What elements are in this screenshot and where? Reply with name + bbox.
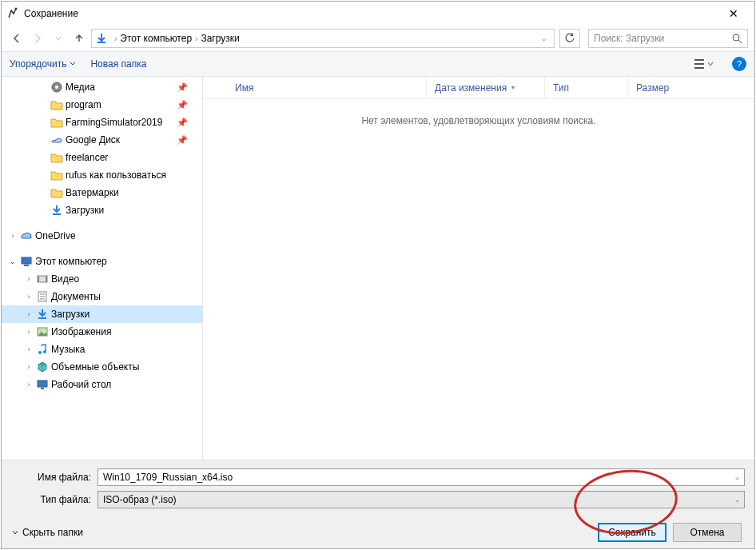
media-icon	[50, 81, 63, 94]
search-placeholder: Поиск: Загрузки	[594, 33, 664, 44]
tree-item-label: FarmingSimulator2019	[66, 117, 162, 128]
nav-tree[interactable]: Медиа📌program📌FarmingSimulator2019📌Googl…	[2, 77, 203, 460]
save-button[interactable]: Сохранить	[598, 523, 666, 542]
chevron-right-icon[interactable]: ›	[8, 232, 18, 240]
tree-pc-item[interactable]: ›Загрузки	[2, 305, 202, 323]
svg-rect-5	[694, 63, 704, 65]
tree-item-label: Загрузки	[66, 205, 104, 216]
close-button[interactable]: ✕	[718, 7, 750, 20]
tree-quick-item[interactable]: program📌	[2, 96, 202, 114]
svg-point-22	[38, 351, 42, 354]
hide-folders-button[interactable]: Скрыть папки	[11, 527, 83, 538]
tree-item-label: Видео	[51, 273, 79, 285]
col-size[interactable]: Размер	[628, 77, 708, 98]
chevron-right-icon[interactable]: ›	[24, 363, 34, 371]
video-icon	[36, 273, 49, 285]
pin-icon: 📌	[177, 100, 188, 110]
col-date[interactable]: Дата изменения▾	[427, 77, 545, 98]
chevron-down-icon[interactable]: ⌵	[735, 473, 739, 481]
tree-quick-item[interactable]: FarmingSimulator2019📌	[2, 114, 202, 131]
chevron-right-icon[interactable]: ›	[24, 381, 34, 389]
chevron-down-icon[interactable]: ⌄	[8, 257, 18, 265]
music-icon	[36, 343, 49, 356]
svg-rect-1	[97, 42, 105, 43]
up-button[interactable]	[70, 30, 88, 47]
tree-pc-item[interactable]: ›Объемные объекты	[2, 358, 202, 376]
tree-item-label: Рабочий стол	[51, 379, 111, 390]
tree-pc-item[interactable]: ›Документы	[2, 288, 202, 305]
recent-dropdown-icon[interactable]	[50, 30, 67, 47]
organize-menu[interactable]: Упорядочить	[10, 58, 76, 70]
tree-quick-item[interactable]: Загрузки	[2, 201, 202, 219]
pin-icon: 📌	[177, 135, 188, 145]
tree-item-label: rufus как пользоваться	[66, 169, 166, 181]
bottom-panel: Имя файла: Win10_1709_Russian_x64.iso ⌵ …	[2, 460, 754, 548]
downloads-icon	[36, 308, 49, 321]
folder-icon	[50, 186, 63, 199]
chevron-right-icon[interactable]: ›	[24, 293, 34, 301]
chevron-down-icon: ▾	[511, 84, 515, 91]
tree-this-pc[interactable]: ⌄Этот компьютер	[2, 253, 202, 270]
chevron-down-icon	[11, 528, 19, 536]
svg-rect-10	[22, 257, 31, 264]
chevron-right-icon[interactable]: ›	[24, 310, 34, 318]
svg-line-3	[738, 40, 742, 43]
tree-quick-item[interactable]: Google Диск📌	[2, 131, 202, 149]
address-bar[interactable]: › Этот компьютер › Загрузки ⌵	[91, 29, 555, 48]
help-button[interactable]: ?	[732, 57, 746, 71]
tree-item-label: Документы	[51, 291, 101, 302]
svg-point-2	[733, 34, 739, 41]
chevron-right-icon[interactable]: ›	[24, 345, 34, 353]
svg-rect-11	[24, 265, 29, 266]
col-type[interactable]: Тип	[545, 77, 628, 98]
empty-message: Нет элементов, удовлетворяющих условиям …	[203, 99, 754, 126]
tree-quick-item[interactable]: Медиа📌	[2, 78, 202, 96]
app-icon	[6, 7, 19, 20]
tree-quick-item[interactable]: freelancer	[2, 149, 202, 166]
forward-button[interactable]	[29, 30, 46, 47]
new-folder-button[interactable]: Новая папка	[90, 58, 146, 70]
tree-quick-item[interactable]: rufus как пользоваться	[2, 166, 202, 184]
tree-item-label: freelancer	[66, 152, 108, 163]
save-dialog: Сохранение ✕ › Этот компьютер › Загрузки…	[1, 1, 755, 549]
column-headers: Имя Дата изменения▾ Тип Размер	[203, 77, 754, 99]
tree-pc-item[interactable]: ›Музыка	[2, 341, 202, 358]
filetype-select[interactable]: ISO-образ (*.iso) ⌵	[97, 491, 745, 508]
col-name[interactable]: Имя	[203, 77, 427, 98]
view-options-button[interactable]	[690, 57, 718, 71]
gdrive-icon	[50, 134, 63, 146]
svg-rect-25	[41, 388, 44, 389]
tree-item-label: Загрузки	[51, 309, 90, 320]
tree-onedrive[interactable]: ›OneDrive	[2, 227, 202, 245]
filename-label: Имя файла:	[11, 472, 97, 483]
navbar: › Этот компьютер › Загрузки ⌵ Поиск: Заг…	[2, 26, 754, 51]
address-dropdown-icon[interactable]: ⌵	[537, 34, 551, 42]
tree-pc-item[interactable]: ›Видео	[2, 270, 202, 288]
svg-rect-9	[53, 213, 61, 215]
svg-point-8	[55, 86, 58, 89]
refresh-button[interactable]	[559, 29, 580, 48]
svg-point-23	[43, 350, 46, 353]
chevron-right-icon[interactable]: ›	[24, 275, 34, 283]
chevron-down-icon[interactable]: ⌵	[735, 496, 739, 504]
tree-pc-item[interactable]: ›Рабочий стол	[2, 376, 202, 393]
back-button[interactable]	[8, 30, 26, 47]
folder-icon	[50, 98, 63, 111]
search-input[interactable]: Поиск: Загрузки	[588, 29, 748, 48]
tree-quick-item[interactable]: Ватермарки	[2, 184, 202, 201]
desktop-icon	[36, 378, 49, 391]
svg-rect-4	[694, 59, 704, 61]
breadcrumb-folder[interactable]: Загрузки	[201, 33, 239, 44]
breadcrumb-root[interactable]: Этот компьютер	[120, 33, 192, 44]
cancel-button[interactable]: Отмена	[673, 523, 742, 542]
chevron-right-icon[interactable]: ›	[24, 328, 34, 336]
filename-input[interactable]: Win10_1709_Russian_x64.iso ⌵	[97, 468, 745, 486]
svg-rect-24	[38, 381, 47, 387]
filetype-value: ISO-образ (*.iso)	[103, 494, 177, 505]
tree-item-label: Музыка	[51, 344, 85, 355]
svg-rect-6	[694, 67, 704, 69]
svg-rect-19	[38, 317, 46, 319]
svg-point-0	[15, 8, 18, 10]
toolbar: Упорядочить Новая папка ?	[2, 51, 754, 77]
tree-pc-item[interactable]: ›Изображения	[2, 323, 202, 341]
